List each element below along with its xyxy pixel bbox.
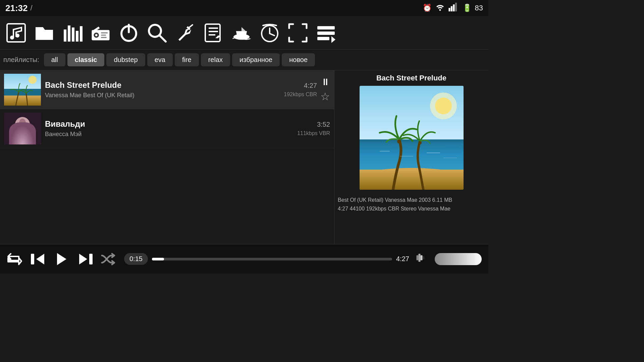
wifi-icon <box>435 3 445 13</box>
playlist-icon[interactable] <box>313 20 339 46</box>
playlist-tabs: allclassicdubstepevafirerelaxизбранноено… <box>44 53 315 66</box>
svg-marker-63 <box>79 254 87 264</box>
svg-rect-3 <box>455 3 457 11</box>
battery-percent: 83 <box>475 4 483 12</box>
playlist-tab-classic[interactable]: classic <box>67 53 105 66</box>
svg-rect-17 <box>101 37 107 38</box>
svg-point-6 <box>15 34 19 38</box>
svg-rect-16 <box>101 35 106 36</box>
svg-line-22 <box>189 25 193 27</box>
svg-rect-61 <box>31 254 34 264</box>
tools-icon[interactable] <box>172 20 198 46</box>
playlist-tab-relax[interactable]: relax <box>201 53 230 66</box>
track-info: Bach Street Prelude Vanessa Mae Best Of … <box>41 80 263 99</box>
svg-rect-0 <box>448 8 450 11</box>
volume-bar[interactable] <box>435 253 482 265</box>
svg-point-14 <box>95 34 98 36</box>
volume-icon <box>416 252 428 265</box>
track-bitrate: 111kbps VBR <box>276 130 330 136</box>
track-meta: 4:27 192kbps CBR <box>263 82 317 98</box>
playlist-tab-dubstep[interactable]: dubstep <box>106 53 145 66</box>
folder-icon[interactable] <box>32 20 57 46</box>
svg-marker-34 <box>331 36 335 43</box>
status-time: 21:32 <box>5 3 28 13</box>
svg-rect-2 <box>453 4 454 11</box>
svg-rect-64 <box>89 254 93 264</box>
total-time: 4:27 <box>396 255 409 263</box>
track-actions: ⏸ ☆ <box>317 76 330 103</box>
track-item[interactable]: Bach Street Prelude Vanessa Mae Best Of … <box>0 70 334 109</box>
shuffle-button[interactable] <box>101 252 117 266</box>
track-thumbnail <box>4 113 41 144</box>
scrobble-icon[interactable] <box>201 20 226 46</box>
svg-rect-31 <box>317 26 335 29</box>
svg-rect-32 <box>317 32 335 35</box>
svg-rect-15 <box>101 32 108 33</box>
right-panel-wrapper: Bach Street Prelude <box>334 70 488 244</box>
status-icons: ⏰ 🔋 83 <box>423 3 483 13</box>
playlist-tab-favorites[interactable]: избранное <box>232 53 280 66</box>
track-bitrate: 192kbps CBR <box>263 92 317 98</box>
svg-point-40 <box>9 133 36 144</box>
track-duration: 4:27 <box>263 82 317 89</box>
battery-icon: 🔋 <box>463 4 472 12</box>
svg-marker-60 <box>36 254 44 264</box>
svg-rect-9 <box>72 27 74 42</box>
track-album: Ванесса Мэй <box>45 131 272 138</box>
pause-button[interactable]: ⏸ <box>321 76 330 87</box>
track-info: Вивальди Ванесса Мэй <box>41 119 276 138</box>
svg-rect-33 <box>317 37 329 40</box>
status-bar: 21:32 / ⏰ 🔋 83 <box>0 0 488 16</box>
track-item[interactable]: Вивальди Ванесса Мэй3:52 111kbps VBR <box>0 109 334 148</box>
playlist-label: плейлисты: <box>3 56 39 64</box>
equalizer-icon[interactable] <box>60 20 85 46</box>
svg-rect-37 <box>4 96 41 106</box>
svg-rect-67 <box>421 255 423 260</box>
signal-icon <box>448 3 459 13</box>
svg-point-42 <box>19 119 26 127</box>
play-button[interactable] <box>52 251 71 267</box>
svg-rect-11 <box>80 26 83 42</box>
radio-icon[interactable] <box>88 20 113 46</box>
right-panel: Bach Street Prelude <box>334 70 488 244</box>
svg-line-21 <box>159 35 166 42</box>
album-art <box>360 86 464 190</box>
svg-marker-62 <box>57 253 66 265</box>
playlist-tab-new[interactable]: новое <box>282 53 315 66</box>
clock-icon[interactable] <box>257 20 282 46</box>
track-title: Вивальди <box>45 119 272 129</box>
status-separator: / <box>31 4 33 12</box>
now-playing-title: Bach Street Prelude <box>338 74 485 82</box>
favorite-button[interactable]: ☆ <box>320 90 330 103</box>
svg-rect-68 <box>423 256 425 259</box>
svg-rect-7 <box>64 29 66 42</box>
boat-icon[interactable] <box>229 20 254 46</box>
svg-rect-66 <box>419 254 421 262</box>
svg-point-49 <box>397 139 401 143</box>
svg-point-5 <box>10 36 14 40</box>
music-note-icon[interactable] <box>3 20 29 46</box>
svg-rect-8 <box>68 25 70 42</box>
svg-rect-10 <box>76 31 78 42</box>
fullscreen-icon[interactable] <box>285 20 311 46</box>
svg-point-38 <box>29 76 37 84</box>
playlist-tab-eva[interactable]: eva <box>147 53 173 66</box>
search-icon[interactable] <box>144 20 170 46</box>
prev-button[interactable] <box>30 252 46 266</box>
playlist-tab-fire[interactable]: fire <box>175 53 199 66</box>
power-icon[interactable] <box>116 20 142 46</box>
progress-fill <box>152 258 164 260</box>
svg-rect-65 <box>417 255 419 260</box>
main-content: Bach Street Prelude Vanessa Mae Best Of … <box>0 70 488 244</box>
toolbar <box>0 16 488 50</box>
svg-line-30 <box>270 34 274 36</box>
alarm-icon: ⏰ <box>423 4 432 12</box>
next-button[interactable] <box>78 252 94 266</box>
progress-bar[interactable] <box>152 258 392 260</box>
playlist-tab-all[interactable]: all <box>44 53 65 66</box>
track-thumbnail <box>4 74 41 106</box>
svg-point-45 <box>435 98 452 114</box>
svg-rect-48 <box>360 170 464 190</box>
album-info: Best Of (UK Retail) Vanessa Mae 2003 6.1… <box>338 196 485 213</box>
repeat-button[interactable] <box>7 252 23 266</box>
